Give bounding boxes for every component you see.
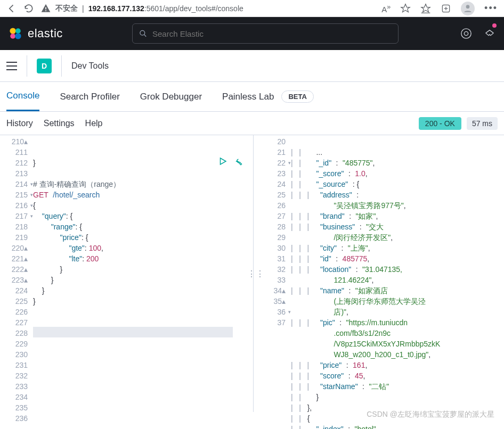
favorite-icon[interactable] (400, 3, 411, 14)
svg-point-14 (464, 31, 468, 35)
wrench-icon[interactable] (233, 156, 242, 166)
app-subheader: D Dev Tools (0, 50, 504, 82)
svg-point-9 (10, 34, 15, 39)
svg-point-13 (461, 29, 471, 38)
svg-point-10 (15, 33, 21, 39)
elastic-header: elastic (0, 17, 504, 50)
menu-icon[interactable] (6, 62, 17, 70)
url-text: 192.168.177.132:5601/app/dev_tools#/cons… (88, 4, 243, 13)
notification-badge (492, 23, 497, 28)
address-bar[interactable]: 不安全 | 192.168.177.132:5601/app/dev_tools… (40, 3, 375, 14)
tab-console[interactable]: Console (6, 82, 39, 111)
svg-point-7 (10, 28, 15, 34)
svg-rect-0 (45, 7, 46, 9)
search-icon (139, 29, 147, 38)
elastic-wordmark: elastic (28, 27, 63, 40)
more-icon[interactable]: ••• (484, 3, 498, 14)
pane-splitter[interactable]: ⋮⋮ (254, 135, 258, 412)
request-gutter: 2102112122132142152162172182192202212222… (0, 135, 33, 412)
elastic-logo[interactable]: elastic (9, 27, 63, 40)
response-pane[interactable]: 202122232425262728293031323334353637 | |… (258, 135, 504, 412)
app-badge[interactable]: D (37, 59, 52, 73)
console-toolbar: History Settings Help 200 - OK 57 ms (0, 112, 504, 135)
help-icon[interactable] (460, 28, 472, 39)
beta-badge: BETA (281, 90, 313, 103)
help-link[interactable]: Help (85, 119, 103, 128)
console-editor: 2102112122132142152162172182192202212222… (0, 135, 504, 412)
read-aloud-icon[interactable]: A» (381, 3, 391, 14)
newsfeed-icon[interactable] (484, 28, 495, 39)
request-actions (218, 156, 242, 166)
global-search[interactable] (132, 23, 399, 44)
response-code[interactable]: | | ... | | "_id" : "485775", | | "_scor… (291, 135, 504, 412)
apps-icon[interactable] (441, 3, 451, 14)
refresh-icon[interactable] (23, 3, 34, 14)
profile-avatar[interactable] (461, 2, 475, 15)
response-gutter: 202122232425262728293031323334353637 (258, 135, 291, 412)
watermark: CSDN @左眨海绵宝宝菠萝屋的派大星 (367, 410, 494, 419)
settings-link[interactable]: Settings (44, 119, 75, 128)
play-icon[interactable] (218, 156, 227, 166)
latency-badge: 57 ms (467, 117, 498, 130)
request-pane[interactable]: 2102112122132142152162172182192202212222… (0, 135, 254, 412)
history-link[interactable]: History (6, 119, 33, 128)
tabs: Console Search Profiler Grok Debugger Pa… (0, 82, 504, 112)
status-badge: 200 - OK (419, 117, 461, 130)
tab-search-profiler[interactable]: Search Profiler (60, 83, 119, 111)
svg-point-6 (466, 5, 470, 9)
back-icon[interactable] (6, 3, 17, 14)
svg-rect-1 (45, 10, 46, 11)
tab-grok-debugger[interactable]: Grok Debugger (140, 83, 202, 111)
warning-icon (40, 3, 51, 14)
svg-line-12 (144, 35, 146, 37)
search-input[interactable] (152, 29, 392, 38)
svg-point-8 (15, 28, 21, 34)
app-title: Dev Tools (71, 61, 109, 71)
browser-toolbar: 不安全 | 192.168.177.132:5601/app/dev_tools… (0, 0, 504, 17)
svg-point-11 (140, 30, 145, 35)
tab-painless-lab[interactable]: Painless Lab (222, 83, 274, 111)
elastic-logo-icon (9, 27, 22, 40)
request-code[interactable]: } # 查询-精确查询（range） GET /hotel/_search { … (33, 135, 253, 412)
collections-icon[interactable] (420, 3, 431, 14)
insecure-label: 不安全 (55, 4, 78, 13)
